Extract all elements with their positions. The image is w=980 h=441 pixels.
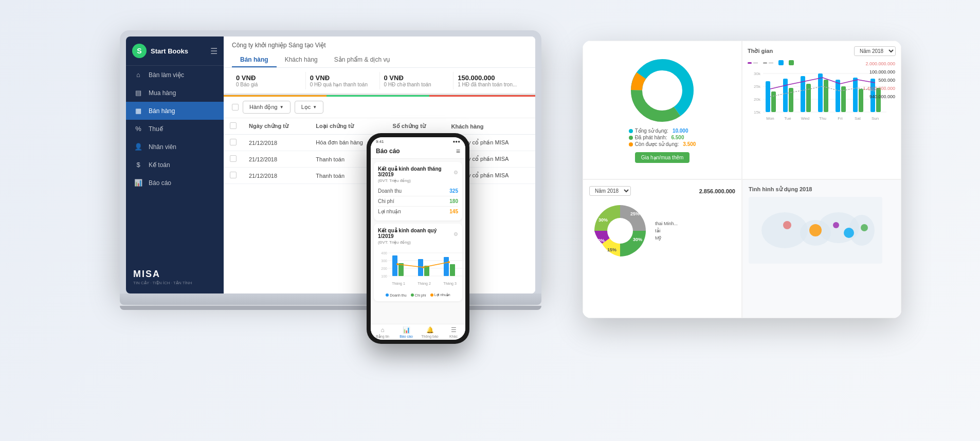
laptop: S Start Books ☰ ⌂ Bàn làm việc ▤ Mua hàn…	[120, 30, 541, 318]
settings-icon[interactable]: ⚙	[453, 170, 458, 175]
svg-point-66	[422, 266, 424, 268]
nav-bang-tin[interactable]: ⌂ Bảng tin	[371, 326, 394, 339]
header-checkbox[interactable]	[230, 122, 237, 129]
misa-logo: MISA	[133, 269, 216, 280]
sidebar-item-label: Bán hàng	[149, 107, 175, 115]
row-checkbox[interactable]	[224, 168, 243, 184]
filter-button[interactable]: Lọc ▼	[295, 101, 324, 114]
select-all-checkbox[interactable]	[232, 104, 239, 111]
svg-rect-56	[392, 255, 397, 276]
kpi-doanh-thu: Doanh thu 325	[378, 186, 458, 196]
stat-value: 150.000.000	[458, 74, 523, 82]
sidebar-item-ban-hang[interactable]: ▦ Bán hàng	[126, 102, 224, 120]
sidebar-item-ban-lam-viec[interactable]: ⌂ Bàn làm việc	[126, 66, 224, 84]
phone-chart-legend: Doanh thu Chi phí Lợi nhuận	[378, 293, 458, 297]
tax-icon: %	[133, 125, 143, 133]
nav-icon-home: ⌂	[380, 326, 384, 334]
svg-text:Thu: Thu	[819, 116, 826, 121]
svg-text:Tháng 3: Tháng 3	[443, 282, 457, 286]
tab-ban-hang[interactable]: Bán hàng	[232, 53, 277, 67]
legend-loi-nhuan: Lợi nhuận	[430, 293, 450, 297]
sidebar-item-ke-toan[interactable]: $ Kế toán	[126, 156, 224, 174]
pie-year-select[interactable]: Năm 2018	[589, 186, 631, 196]
settings-icon-2[interactable]: ⚙	[453, 231, 458, 237]
phone-body: 9:41 ●●● Báo cáo ≡ Kết quả kinh doanh th…	[367, 133, 469, 344]
legend-dot-remaining	[629, 142, 633, 146]
pie-label-3: Mỹ	[655, 235, 678, 241]
col-date[interactable]: Ngày chứng từ	[243, 118, 310, 135]
stat-bao-gia: 0 VNĐ 0 Báo giá	[232, 72, 306, 89]
nav-icon-bell: 🔔	[426, 326, 434, 334]
svg-rect-13	[771, 91, 776, 112]
legend-dot-issued	[629, 136, 633, 140]
row-date: 21/12/2018	[243, 151, 310, 168]
nav-khac[interactable]: ☰ Khác	[442, 326, 465, 339]
tab-khach-hang[interactable]: Khách hàng	[277, 53, 326, 67]
row-checkbox[interactable]	[224, 151, 243, 168]
phone-time: 9:41	[376, 139, 384, 144]
row-checkbox[interactable]	[224, 135, 243, 151]
nav-label-bao-cao: Báo cáo	[400, 335, 413, 338]
year-select[interactable]: Năm 2018	[854, 46, 896, 56]
sidebar-item-thue[interactable]: % Thuế	[126, 120, 224, 138]
legend-label-doanh-thu: Doanh thu	[390, 293, 406, 297]
kpi-label-cp: Chi phí	[378, 198, 394, 204]
nav-bao-cao[interactable]: 📊 Báo cáo	[394, 326, 418, 339]
upgrade-button[interactable]: Gia hạn/mua thêm	[635, 152, 690, 163]
legend-row-issued: Đã phát hành: 6.500	[629, 135, 696, 140]
phone-header: Báo cáo ≡	[371, 145, 465, 159]
legend-dot-gray	[763, 62, 767, 64]
phone-title: Báo cáo	[376, 148, 400, 155]
svg-point-46	[844, 228, 854, 238]
svg-rect-20	[836, 80, 840, 112]
col-customer[interactable]: Khách hàng	[445, 118, 535, 135]
phone-status-bar: 9:41 ●●●	[371, 137, 465, 145]
stat-label: 0 HĐ quá hạn thanh toán	[310, 82, 375, 87]
nav-thong-bao[interactable]: 🔔 Thông báo	[418, 326, 442, 339]
col-number[interactable]: Số chứng từ	[386, 118, 445, 135]
stat-value: 0 VNĐ	[384, 74, 449, 82]
kpi-value-dt: 325	[449, 188, 458, 194]
accounting-icon: $	[133, 161, 143, 169]
legend-label-remaining: Còn được sử dụng:	[635, 141, 679, 147]
svg-rect-14	[783, 79, 788, 112]
phone-nav: ⌂ Bảng tin 📊 Báo cáo 🔔 Thông báo ☰ Khác	[371, 324, 465, 340]
phone-section-monthly: Kết quả kinh doanh tháng 3/2019 ⚙ (ĐVT: …	[374, 162, 462, 220]
kpi-value-ln: 145	[449, 209, 458, 214]
donut-chart-cell: Tổng sử dụng: 10.000 Đã phát hành: 6.500…	[583, 41, 742, 179]
svg-point-33	[607, 218, 633, 244]
legend-row-total: Tổng sử dụng: 10.000	[629, 128, 696, 134]
report-icon: 📊	[133, 179, 143, 187]
tab-san-pham[interactable]: Sản phẩm & dịch vụ	[326, 53, 399, 67]
pie-label-2: tải	[655, 228, 678, 233]
pie-chart-cell: Năm 2018 2.856.000.000	[583, 179, 742, 318]
phone-menu-icon[interactable]: ≡	[456, 147, 460, 155]
sidebar-item-nhan-vien[interactable]: 👤 Nhân viên	[126, 138, 224, 156]
sidebar-item-label: Mua hàng	[149, 89, 176, 97]
svg-text:Tháng 2: Tháng 2	[418, 282, 431, 286]
kpi-label-ln: Lợi nhuận	[378, 209, 401, 214]
section1-title: Kết quả kinh doanh tháng 3/2019	[378, 166, 453, 177]
company-name: Công ty khởi nghiệp Sáng tạo Việt	[232, 42, 527, 49]
nav-label-thong-bao: Thông báo	[421, 335, 438, 338]
svg-point-45	[833, 222, 839, 228]
action-button[interactable]: Hành động ▼	[243, 101, 291, 114]
svg-text:30%: 30%	[598, 217, 608, 223]
sidebar-item-mua-hang[interactable]: ▤ Mua hàng	[126, 84, 224, 102]
table-header-row: Ngày chứng từ Loại chứng từ Số chứng từ …	[224, 118, 535, 135]
quarterly-chart-svg: 400 300 200 100	[378, 248, 465, 289]
menu-icon[interactable]: ☰	[210, 46, 217, 56]
donut-chart	[629, 57, 696, 124]
home-icon: ⌂	[133, 71, 143, 79]
svg-rect-60	[444, 257, 449, 276]
col-checkbox	[224, 118, 243, 135]
phone-section-quarterly: Kết quả kinh doanh quý 1/2019 ⚙ (ĐVT: Tr…	[374, 224, 462, 301]
pie-cell-header: Năm 2018 2.856.000.000	[589, 186, 735, 196]
pie-content: 25% 30% 15% 10% 30% thai Minh... tải Mỹ	[589, 200, 735, 262]
col-type[interactable]: Loại chứng từ	[310, 118, 386, 135]
map-title: Tình hình sử dụng 2018	[749, 186, 812, 193]
svg-rect-22	[853, 78, 858, 112]
misa-tagline: TIN CẬY · TIỆN ÍCH · TẬN TÌNH	[133, 281, 216, 285]
legend-label-total: Tổng sử dụng:	[635, 128, 668, 134]
sidebar-item-bao-cao[interactable]: 📊 Báo cáo	[126, 174, 224, 192]
